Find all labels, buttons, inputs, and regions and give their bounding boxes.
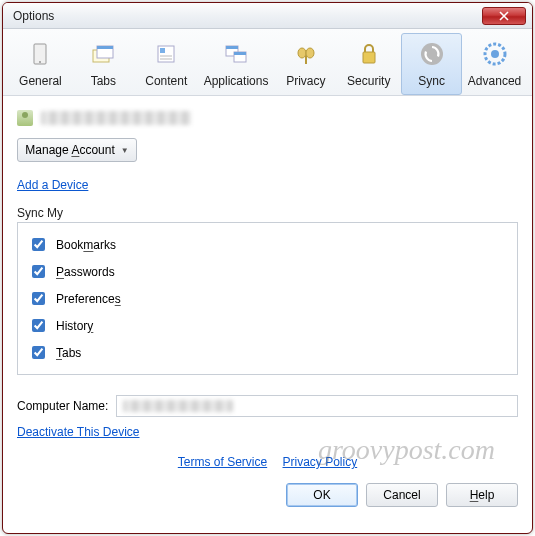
add-device-link[interactable]: Add a Device [17,178,88,192]
computer-name-redacted [123,400,233,412]
privacy-policy-link[interactable]: Privacy Policy [283,455,358,469]
tabs-icon [87,38,119,70]
chevron-down-icon: ▼ [121,146,129,155]
svg-rect-10 [226,46,238,49]
svg-point-19 [491,50,499,58]
svg-point-13 [298,48,306,58]
computer-name-input[interactable] [116,395,518,417]
label-tabs[interactable]: Tabs [56,346,81,360]
advanced-icon [479,38,511,70]
sync-my-label: Sync My [17,206,518,220]
ok-button[interactable]: OK [286,483,358,507]
manage-account-button[interactable]: Manage Account ▼ [17,138,137,162]
account-row [17,110,518,126]
label-history[interactable]: History [56,319,93,333]
window-title: Options [13,9,482,23]
svg-rect-6 [160,48,165,53]
help-button[interactable]: Help [446,483,518,507]
close-icon [499,11,509,21]
sync-icon [416,38,448,70]
svg-rect-16 [363,52,375,63]
checkbox-preferences[interactable] [32,292,45,305]
tab-security[interactable]: Security [338,33,399,95]
deactivate-device-link[interactable]: Deactivate This Device [17,425,140,439]
titlebar: Options [3,3,532,29]
privacy-icon [290,38,322,70]
sync-items-box: Bookmarks Passwords Preferences History … [17,222,518,375]
category-toolbar: General Tabs Content Applications Privac… [3,29,532,96]
svg-rect-15 [305,56,307,64]
tab-tabs[interactable]: Tabs [73,33,134,95]
tab-applications[interactable]: Applications [199,33,274,95]
checkbox-passwords[interactable] [32,265,45,278]
tab-general[interactable]: General [10,33,71,95]
label-preferences[interactable]: Preferences [56,292,121,306]
applications-icon [220,38,252,70]
label-passwords[interactable]: Passwords [56,265,115,279]
terms-of-service-link[interactable]: Terms of Service [178,455,267,469]
checkbox-bookmarks[interactable] [32,238,45,251]
sync-panel: Manage Account ▼ Add a Device Sync My Bo… [3,96,532,533]
svg-point-1 [39,61,41,63]
general-icon [24,38,56,70]
tab-sync[interactable]: Sync [401,33,462,95]
computer-name-label: Computer Name: [17,399,108,413]
cancel-button[interactable]: Cancel [366,483,438,507]
account-name-redacted [41,111,191,125]
tab-advanced[interactable]: Advanced [464,33,525,95]
checkbox-history[interactable] [32,319,45,332]
avatar [17,110,33,126]
close-button[interactable] [482,7,526,25]
label-bookmarks[interactable]: Bookmarks [56,238,116,252]
tab-privacy[interactable]: Privacy [275,33,336,95]
security-icon [353,38,385,70]
checkbox-tabs[interactable] [32,346,45,359]
policy-links: Terms of Service Privacy Policy [17,455,518,469]
content-icon [150,38,182,70]
svg-rect-12 [234,52,246,55]
svg-rect-4 [97,46,113,49]
tab-content[interactable]: Content [136,33,197,95]
options-window: Options General Tabs Content [2,2,533,534]
svg-point-14 [306,48,314,58]
